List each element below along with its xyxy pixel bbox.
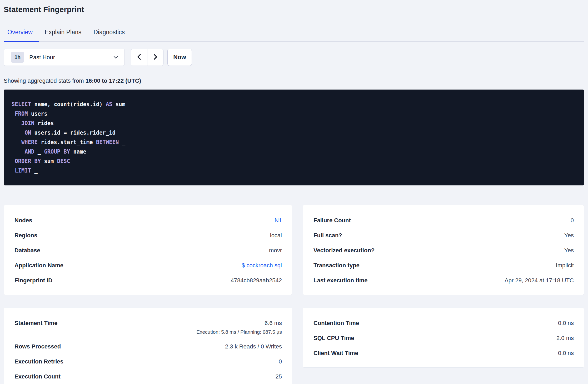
stat-value-group: 6.6 msExecution: 5.8 ms / Planning: 687.… bbox=[196, 320, 282, 335]
stat-row: Execution Count25 bbox=[14, 373, 282, 380]
stat-label: Transaction type bbox=[313, 262, 360, 269]
resource-usage-card: Contention Time0.0 nsSQL CPU Time2.0 msC… bbox=[303, 308, 584, 368]
stat-label: Vectorized execution? bbox=[313, 247, 375, 254]
stat-row: Statement Time6.6 msExecution: 5.8 ms / … bbox=[14, 320, 282, 335]
stat-row: Regionslocal bbox=[14, 232, 282, 239]
sql-line: WHERE rides.start_time BETWEEN _ bbox=[12, 137, 576, 147]
summary-cards: NodesN1RegionslocalDatabasemovrApplicati… bbox=[4, 205, 584, 384]
stat-label: Application Name bbox=[14, 262, 63, 269]
sql-line: AND _ GROUP BY name bbox=[12, 147, 576, 156]
aggregated-stats-prefix: Showing aggregated stats from bbox=[4, 77, 86, 84]
tab-diagnostics[interactable]: Diagnostics bbox=[87, 29, 131, 41]
stat-value: 2.0 ms bbox=[556, 335, 574, 341]
stat-label: Database bbox=[14, 247, 40, 254]
sql-line: JOIN rides bbox=[12, 119, 576, 128]
stat-row: Client Wait Time0.0 ns bbox=[313, 350, 574, 356]
stat-row: Fingerprint ID4784cb829aab2542 bbox=[14, 277, 282, 284]
tab-overview[interactable]: Overview bbox=[4, 29, 39, 41]
stat-value-link[interactable]: N1 bbox=[275, 217, 282, 224]
stat-label: Failure Count bbox=[313, 217, 351, 224]
stat-label: Execution Retries bbox=[14, 358, 63, 365]
stat-value-link[interactable]: $ cockroach sql bbox=[242, 262, 282, 269]
stat-value: 0.0 ns bbox=[558, 350, 574, 356]
stat-label: Statement Time bbox=[14, 320, 57, 326]
stat-row: Full scan?Yes bbox=[313, 232, 574, 239]
tab-explain-plans[interactable]: Explain Plans bbox=[39, 29, 87, 41]
previous-time-button[interactable] bbox=[131, 49, 147, 66]
time-range-label: Past Hour bbox=[29, 54, 55, 61]
execution-attributes-card: Failure Count0Full scan?YesVectorized ex… bbox=[303, 205, 584, 295]
stat-subvalue: Execution: 5.8 ms / Planning: 687.5 µs bbox=[196, 329, 282, 335]
time-range-badge: 1h bbox=[11, 52, 24, 63]
stat-row: Databasemovr bbox=[14, 247, 282, 254]
next-time-button[interactable] bbox=[147, 49, 163, 66]
statement-details-card: NodesN1RegionslocalDatabasemovrApplicati… bbox=[4, 205, 292, 295]
stat-value: 25 bbox=[276, 373, 282, 380]
stat-row: SQL CPU Time2.0 ms bbox=[313, 335, 574, 341]
chevron-right-icon bbox=[152, 53, 159, 61]
stat-value: 6.6 ms bbox=[196, 320, 282, 326]
stat-row: Execution Retries0 bbox=[14, 358, 282, 365]
statement-fingerprint-page: Statement Fingerprint Overview Explain P… bbox=[0, 0, 588, 384]
tab-bar: Overview Explain Plans Diagnostics bbox=[4, 29, 584, 42]
stat-value: local bbox=[270, 232, 282, 239]
stat-value: 0.0 ns bbox=[558, 320, 574, 326]
stat-value: 0 bbox=[279, 358, 282, 365]
sql-line: SELECT name, count(rides.id) AS sum bbox=[12, 100, 576, 109]
chevron-down-icon bbox=[113, 56, 118, 59]
chevron-left-icon bbox=[136, 53, 143, 61]
timing-card: Statement Time6.6 msExecution: 5.8 ms / … bbox=[4, 308, 292, 384]
stat-row: Vectorized execution?Yes bbox=[313, 247, 574, 254]
aggregated-stats-range: 16:00 to 17:22 (UTC) bbox=[86, 77, 141, 84]
stat-value: 0 bbox=[571, 217, 574, 224]
stat-value: 4784cb829aab2542 bbox=[231, 277, 282, 284]
stat-value: movr bbox=[269, 247, 282, 254]
stat-label: SQL CPU Time bbox=[313, 335, 354, 341]
stat-row: Rows Processed2.3 k Reads / 0 Writes bbox=[14, 343, 282, 350]
stat-label: Fingerprint ID bbox=[14, 277, 52, 284]
sql-line: ORDER BY sum DESC bbox=[12, 156, 576, 166]
stat-label: Contention Time bbox=[313, 320, 359, 326]
stat-row: Contention Time0.0 ns bbox=[313, 320, 574, 326]
time-step-buttons bbox=[131, 49, 163, 66]
stat-label: Execution Count bbox=[14, 373, 61, 380]
sql-line: FROM users bbox=[12, 109, 576, 119]
sql-statement-box: SELECT name, count(rides.id) AS sum FROM… bbox=[4, 90, 584, 185]
stat-label: Client Wait Time bbox=[313, 350, 358, 356]
time-range-dropdown[interactable]: 1h Past Hour bbox=[4, 49, 125, 66]
stat-label: Rows Processed bbox=[14, 343, 61, 350]
aggregated-stats-line: Showing aggregated stats from 16:00 to 1… bbox=[4, 77, 584, 84]
stat-row: NodesN1 bbox=[14, 217, 282, 224]
stat-value: Implicit bbox=[556, 262, 574, 269]
stat-row: Transaction typeImplicit bbox=[313, 262, 574, 269]
stat-label: Nodes bbox=[14, 217, 32, 224]
sql-line: ON users.id = rides.rider_id bbox=[12, 128, 576, 137]
stat-row: Failure Count0 bbox=[313, 217, 574, 224]
now-button[interactable]: Now bbox=[167, 49, 192, 66]
stat-value: Apr 29, 2024 at 17:18 UTC bbox=[505, 277, 574, 284]
stat-row: Last execution timeApr 29, 2024 at 17:18… bbox=[313, 277, 574, 284]
stat-label: Last execution time bbox=[313, 277, 367, 284]
sql-line: LIMIT _ bbox=[12, 166, 576, 175]
stat-value: Yes bbox=[564, 247, 574, 254]
page-title: Statement Fingerprint bbox=[4, 5, 584, 14]
stat-value: 2.3 k Reads / 0 Writes bbox=[225, 343, 282, 350]
stat-label: Full scan? bbox=[313, 232, 342, 239]
time-controls: 1h Past Hour Now bbox=[4, 49, 584, 66]
stat-row: Application Name$ cockroach sql bbox=[14, 262, 282, 269]
sql-code: SELECT name, count(rides.id) AS sum FROM… bbox=[12, 100, 576, 175]
stat-label: Regions bbox=[14, 232, 37, 239]
stat-value: Yes bbox=[564, 232, 574, 239]
